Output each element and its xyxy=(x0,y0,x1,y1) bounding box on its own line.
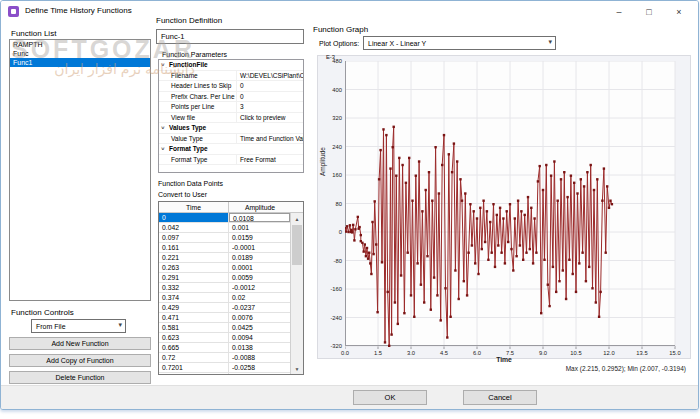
amplitude-cell[interactable]: 0.0138 xyxy=(229,343,290,352)
time-cell[interactable]: 0.623 xyxy=(159,333,229,342)
parameter-group-row[interactable]: >FunctionFile xyxy=(159,60,303,71)
delete-function-button[interactable]: Delete Function xyxy=(9,371,151,384)
table-row[interactable]: 0.7201-0.0258 xyxy=(159,363,290,373)
amplitude-cell[interactable]: -0.0001 xyxy=(229,243,290,252)
table-row[interactable]: 0.79-0.0303 xyxy=(159,373,290,374)
table-row[interactable]: 0.161-0.0001 xyxy=(159,243,290,253)
time-cell[interactable]: 0.471 xyxy=(159,313,229,322)
scroll-down-icon[interactable]: ▼ xyxy=(291,363,303,374)
time-cell[interactable]: 0 xyxy=(159,213,229,222)
add-copy-of-function-button[interactable]: Add Copy of Function xyxy=(9,354,151,367)
time-cell[interactable]: 0.291 xyxy=(159,273,229,282)
amplitude-cell[interactable]: -0.0237 xyxy=(229,303,290,312)
parameter-value[interactable]: Free Format xyxy=(237,155,303,165)
table-row[interactable]: 0.0970.0159 xyxy=(159,233,290,243)
time-cell[interactable]: 0.332 xyxy=(159,283,229,292)
parameter-value[interactable]: 0 xyxy=(237,81,303,91)
time-cell[interactable]: 0.429 xyxy=(159,303,229,312)
parameter-row[interactable]: Format TypeFree Format xyxy=(159,155,303,166)
parameter-value[interactable]: 0 xyxy=(237,92,303,102)
table-row[interactable]: 00.0108 xyxy=(159,213,290,223)
table-row[interactable]: 0.6650.0138 xyxy=(159,343,290,353)
time-cell[interactable]: 0.221 xyxy=(159,253,229,262)
dialog-footer: OK Cancel xyxy=(1,385,698,409)
convert-to-user-button[interactable]: Convert to User xyxy=(158,191,207,198)
function-name-input[interactable]: Func-1 xyxy=(156,29,304,44)
parameter-value[interactable]: 3 xyxy=(237,102,303,112)
time-cell[interactable]: 0.79 xyxy=(159,373,229,374)
parameter-group-row[interactable]: >Format Type xyxy=(159,144,303,155)
time-cell[interactable]: 0.263 xyxy=(159,263,229,272)
table-row[interactable]: 0.2210.0189 xyxy=(159,253,290,263)
parameter-row[interactable]: Value TypeTime and Function Values xyxy=(159,134,303,145)
amplitude-cell[interactable]: 0.0076 xyxy=(229,313,290,322)
scroll-up-icon[interactable]: ▲ xyxy=(291,213,303,224)
time-cell[interactable]: 0.042 xyxy=(159,223,229,232)
function-list-item[interactable]: Func1 xyxy=(10,58,150,67)
table-row[interactable]: 0.5810.0425 xyxy=(159,323,290,333)
parameter-row[interactable]: Header Lines to Skip0 xyxy=(159,81,303,92)
amplitude-cell[interactable]: 0.0001 xyxy=(229,263,290,272)
time-cell[interactable]: 0.161 xyxy=(159,243,229,252)
amplitude-cell[interactable]: 0.0425 xyxy=(229,323,290,332)
time-cell[interactable]: 0.7201 xyxy=(159,363,229,372)
title-bar[interactable]: Define Time History Functions – □ × xyxy=(1,1,698,22)
collapse-chevron-icon[interactable]: > xyxy=(158,145,168,153)
time-cell[interactable]: 0.097 xyxy=(159,233,229,242)
chevron-down-icon: ▾ xyxy=(118,321,122,329)
data-points-table[interactable]: Time Amplitude 00.01080.0420.0010.0970.0… xyxy=(158,201,304,375)
amplitude-cell[interactable]: -0.0303 xyxy=(229,373,290,374)
amplitude-cell[interactable]: -0.0012 xyxy=(229,283,290,292)
amplitude-cell[interactable]: 0.0108 xyxy=(229,213,290,222)
table-row[interactable]: 0.6230.0094 xyxy=(159,333,290,343)
amplitude-cell[interactable]: -0.0258 xyxy=(229,363,290,372)
parameter-group-row[interactable]: >Values Type xyxy=(159,123,303,134)
function-type-dropdown[interactable]: From File ▾ xyxy=(31,319,126,333)
amplitude-cell[interactable]: 0.0059 xyxy=(229,273,290,282)
amplitude-cell[interactable]: 0.0189 xyxy=(229,253,290,262)
parameter-row[interactable]: Prefix Chars. Per Line to0 xyxy=(159,92,303,103)
parameter-value[interactable]: Time and Function Values xyxy=(237,134,303,144)
function-parameters-grid[interactable]: >FunctionFileFilenameW:\DEVEL\CSiPlant\C… xyxy=(158,59,304,173)
function-list-item[interactable]: Func xyxy=(10,49,150,58)
collapse-chevron-icon[interactable]: > xyxy=(158,124,168,132)
parameter-value[interactable]: Click to preview xyxy=(237,113,303,123)
time-cell[interactable]: 0.581 xyxy=(159,323,229,332)
amplitude-cell[interactable]: 0.0094 xyxy=(229,333,290,342)
table-row[interactable]: 0.3740.02 xyxy=(159,293,290,303)
amplitude-cell[interactable]: 0.001 xyxy=(229,223,290,232)
time-cell[interactable]: 0.665 xyxy=(159,343,229,352)
maximize-button[interactable]: □ xyxy=(634,1,664,22)
table-row[interactable]: 0.332-0.0012 xyxy=(159,283,290,293)
parameter-group-name: FunctionFile xyxy=(167,60,297,70)
amplitude-cell[interactable]: 0.02 xyxy=(229,293,290,302)
amplitude-cell[interactable]: -0.0088 xyxy=(229,353,290,362)
cancel-button[interactable]: Cancel xyxy=(463,390,537,405)
data-points-rows[interactable]: 00.01080.0420.0010.0970.01590.161-0.0001… xyxy=(159,213,290,374)
time-cell[interactable]: 0.374 xyxy=(159,293,229,302)
x-tick-label: 12.0 xyxy=(597,350,621,356)
plot-options-dropdown[interactable]: Linear X - Linear Y ▾ xyxy=(363,36,556,50)
table-scrollbar[interactable]: ▲ ▼ xyxy=(290,213,303,374)
amplitude-cell[interactable]: 0.0159 xyxy=(229,233,290,242)
scroll-thumb[interactable] xyxy=(292,225,302,265)
function-list-item[interactable]: RAMPTH xyxy=(10,40,150,49)
table-row[interactable]: 0.2630.0001 xyxy=(159,263,290,273)
parameter-row[interactable]: View fileClick to preview xyxy=(159,113,303,124)
parameter-value[interactable]: W:\DEVEL\CSiPlant\CSiPlant v xyxy=(237,71,303,81)
time-cell[interactable]: 0.72 xyxy=(159,353,229,362)
function-list[interactable]: RAMPTHFuncFunc1 xyxy=(9,39,151,301)
parameter-row[interactable]: FilenameW:\DEVEL\CSiPlant\CSiPlant v xyxy=(159,71,303,82)
collapse-chevron-icon[interactable]: > xyxy=(158,61,168,69)
ok-button[interactable]: OK xyxy=(353,390,427,405)
table-row[interactable]: 0.429-0.0237 xyxy=(159,303,290,313)
table-row[interactable]: 0.0420.001 xyxy=(159,223,290,233)
parameter-row[interactable]: Points per Line3 xyxy=(159,102,303,113)
parameter-name: Format Type xyxy=(159,155,237,165)
close-button[interactable]: × xyxy=(664,1,694,22)
table-row[interactable]: 0.4710.0076 xyxy=(159,313,290,323)
table-row[interactable]: 0.72-0.0088 xyxy=(159,353,290,363)
minimize-button[interactable]: – xyxy=(604,1,634,22)
table-row[interactable]: 0.2910.0059 xyxy=(159,273,290,283)
add-new-function-button[interactable]: Add New Function xyxy=(9,337,151,350)
